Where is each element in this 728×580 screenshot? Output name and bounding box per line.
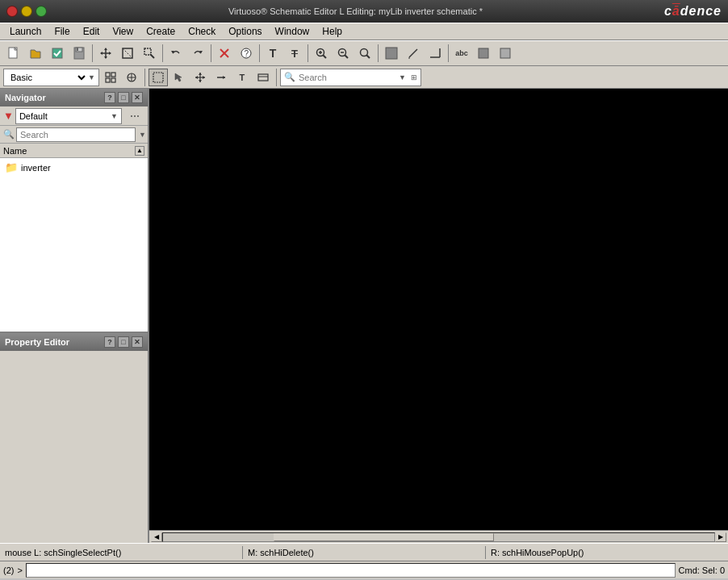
group-tool-button[interactable]	[253, 69, 273, 86]
svg-line-24	[323, 55, 326, 58]
svg-rect-56	[258, 74, 268, 81]
ruler2-button[interactable]	[425, 43, 446, 64]
stretch-tool-button[interactable]	[211, 69, 231, 86]
scroll-left-button[interactable]: ◀	[151, 532, 162, 542]
menu-options[interactable]: Options	[222, 24, 268, 39]
view-select-combo[interactable]: Basic Standard Custom ▼	[3, 69, 99, 86]
search-options-button[interactable]: ⊞	[411, 73, 417, 81]
horizontal-scrollbar[interactable]: ◀ ▶	[149, 530, 728, 543]
svg-marker-12	[109, 52, 111, 55]
scrollbar-thumb[interactable]	[274, 533, 494, 541]
navigator-column-header: Name ▲	[0, 144, 148, 158]
status-divider-1	[242, 546, 243, 559]
delete-button[interactable]	[214, 43, 235, 64]
toolbar2: Basic Standard Custom ▼ T 🔍 ▼ ⊞	[0, 66, 728, 89]
toolbar-search-input[interactable]	[299, 73, 395, 82]
save-check-button[interactable]	[47, 43, 68, 64]
search-dropdown-arrow[interactable]: ▼	[399, 73, 406, 81]
menu-launch[interactable]: Launch	[3, 24, 48, 39]
close-button[interactable]	[6, 6, 18, 17]
minimize-button[interactable]	[21, 6, 32, 17]
navigator-help-button[interactable]: ?	[104, 92, 115, 103]
filter-dropdown[interactable]: Default ▼	[15, 108, 122, 124]
zoom-area-button[interactable]	[139, 43, 160, 64]
svg-marker-51	[199, 80, 202, 82]
arrow-tool-button[interactable]	[169, 69, 189, 86]
toolbar-search-box: 🔍 ▼ ⊞	[280, 69, 421, 86]
svg-line-16	[150, 54, 154, 58]
svg-line-33	[409, 49, 417, 57]
sep-tb2-1	[144, 69, 145, 86]
select-tool-button[interactable]	[149, 69, 168, 86]
text-select-button[interactable]: T	[232, 69, 252, 86]
navigator-toolbar: ▼ Default ▼ ⋯	[0, 106, 148, 126]
svg-marker-10	[104, 56, 107, 59]
right-status: R: schHiMousePopUp()	[491, 548, 723, 557]
svg-rect-3	[52, 48, 62, 58]
navigator-title: Navigator	[5, 93, 46, 102]
tool2-button[interactable]	[495, 43, 516, 64]
menu-create[interactable]: Create	[140, 24, 182, 39]
tb2-btn1[interactable]	[101, 69, 120, 86]
svg-marker-11	[100, 52, 103, 55]
navigator-detach-button[interactable]: □	[118, 92, 129, 103]
title-bar: Virtuoso® Schematic Editor L Editing: my…	[0, 0, 728, 23]
zoom-out-button[interactable]	[333, 43, 354, 64]
undo-button[interactable]	[165, 43, 186, 64]
save-button[interactable]	[69, 43, 90, 64]
tb2-btn2[interactable]	[122, 69, 141, 86]
command-input[interactable]	[26, 563, 676, 578]
svg-rect-37	[479, 48, 488, 58]
fit-button[interactable]	[117, 43, 138, 64]
prop-close-button[interactable]: ✕	[132, 336, 143, 348]
menu-check[interactable]: Check	[182, 24, 222, 39]
inverter-tree-item[interactable]: 📁 inverter	[2, 160, 146, 175]
svg-rect-40	[111, 73, 115, 77]
text-overline-button[interactable]: T	[284, 43, 305, 64]
zoom-in-button[interactable]	[311, 43, 332, 64]
window-controls	[6, 6, 47, 17]
navigator-close-button[interactable]: ✕	[132, 92, 143, 103]
menu-view[interactable]: View	[106, 24, 140, 39]
prop-detach-button[interactable]: □	[118, 336, 129, 348]
navigator-header: Navigator ? □ ✕	[0, 89, 148, 106]
left-panel: Navigator ? □ ✕ ▼ Default ▼ ⋯ 🔍	[0, 89, 149, 543]
scroll-right-button[interactable]: ▶	[715, 532, 726, 542]
pan-button[interactable]	[95, 43, 116, 64]
navigator-panel: Navigator ? □ ✕ ▼ Default ▼ ⋯ 🔍	[0, 89, 148, 333]
menu-help[interactable]: Help	[316, 24, 349, 39]
search-icon: 🔍	[284, 72, 295, 82]
abc-button[interactable]: abc	[451, 43, 472, 64]
menu-window[interactable]: Window	[269, 24, 316, 39]
filter-icon[interactable]: ▼	[3, 110, 14, 122]
menu-edit[interactable]: Edit	[77, 24, 107, 39]
nav-scroll-up[interactable]: ▲	[135, 146, 144, 156]
maximize-button[interactable]	[36, 6, 47, 17]
new-button[interactable]	[3, 43, 24, 64]
layer-button[interactable]	[381, 43, 402, 64]
schematic-canvas[interactable]	[149, 89, 728, 530]
property-editor-panel: Property Editor ? □ ✕	[0, 333, 148, 543]
open-button[interactable]	[25, 43, 46, 64]
command-bar: (2) > Cmd: Sel: 0	[0, 561, 728, 578]
ruler1-button[interactable]	[403, 43, 424, 64]
cmd-status: Cmd: Sel: 0	[679, 565, 725, 575]
svg-marker-9	[104, 48, 107, 50]
zoom-fit-button[interactable]	[354, 43, 375, 64]
prop-help-button[interactable]: ?	[104, 336, 115, 348]
menu-file[interactable]: File	[48, 24, 76, 39]
nav-search-dropdown[interactable]: ▼	[139, 131, 146, 139]
tool1-button[interactable]	[473, 43, 494, 64]
view-select[interactable]: Basic Standard Custom	[7, 72, 88, 83]
redo-button[interactable]	[187, 43, 208, 64]
navigator-search-input[interactable]	[20, 130, 132, 140]
text-button[interactable]: T	[262, 43, 283, 64]
navigator-more-button[interactable]: ⋯	[125, 107, 144, 125]
svg-rect-46	[153, 73, 163, 82]
move-tool-button[interactable]	[190, 69, 210, 86]
help-button[interactable]: ?	[236, 43, 257, 64]
scrollbar-track[interactable]	[162, 532, 715, 542]
nav-search-box	[16, 127, 136, 142]
main-area: Navigator ? □ ✕ ▼ Default ▼ ⋯ 🔍	[0, 89, 728, 543]
svg-marker-53	[203, 76, 205, 79]
